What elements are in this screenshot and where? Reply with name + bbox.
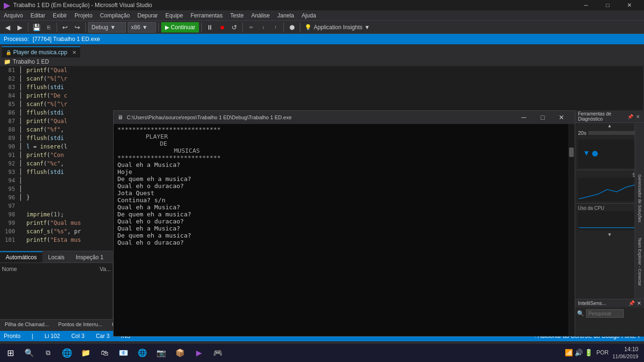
breakpoint-button[interactable]: ⬤ bbox=[286, 22, 297, 33]
status-ready: Pronto bbox=[4, 333, 20, 339]
console-out-12: Qual eh o duracao? bbox=[117, 239, 564, 246]
column-value: Va... bbox=[99, 266, 111, 272]
tab-breakpoints[interactable]: Pontos de Interru... bbox=[54, 320, 107, 331]
chrome-icon[interactable]: 🌐 bbox=[134, 345, 151, 362]
tab-locais[interactable]: Locais bbox=[42, 252, 70, 263]
status-sep-1: | bbox=[32, 333, 33, 339]
store-icon[interactable]: 🛍 bbox=[96, 345, 113, 362]
console-art-line-2: PLAYER bbox=[146, 133, 564, 140]
console-minimize-button[interactable]: ─ bbox=[514, 111, 533, 124]
gerenciador-label[interactable]: Gerenciador de Soluções bbox=[636, 171, 644, 226]
console-close-button[interactable]: ✕ bbox=[552, 111, 571, 124]
restart-button[interactable]: ↺ bbox=[229, 22, 240, 33]
autos-panel: Nome Va... bbox=[0, 263, 113, 319]
package-icon[interactable]: 📦 bbox=[172, 345, 189, 362]
mail-icon[interactable]: 📧 bbox=[115, 345, 132, 362]
process-bar: Processo: [77764] Trabalho 1 ED.exe bbox=[0, 34, 644, 44]
forward-button[interactable]: ▶ bbox=[14, 22, 25, 33]
start-button[interactable]: ⊞ bbox=[2, 345, 19, 362]
step-into-button[interactable]: ↓ bbox=[257, 22, 269, 33]
tab-inspecao[interactable]: Inspeção 1 bbox=[70, 252, 109, 263]
menu-compilacao[interactable]: Compilação bbox=[96, 11, 133, 20]
edge-icon[interactable]: 🌐 bbox=[58, 345, 75, 362]
menu-janela[interactable]: Janela bbox=[273, 11, 297, 20]
toolbar-sep-1 bbox=[28, 23, 28, 32]
wifi-icon: 📶 bbox=[565, 349, 573, 356]
maximize-button[interactable]: □ bbox=[597, 0, 619, 10]
undo-button[interactable]: ↩ bbox=[59, 22, 71, 33]
editor-tab[interactable]: 🔒 Player de musica.cpp ✕ bbox=[2, 46, 80, 58]
toolbar-sep-3 bbox=[85, 23, 86, 32]
diag-controls: 📌 ✕ bbox=[627, 113, 641, 120]
save-button[interactable]: 💾 bbox=[31, 22, 42, 33]
is-pin-button[interactable]: 📌 bbox=[628, 300, 635, 306]
back-button[interactable]: ◀ bbox=[2, 22, 13, 33]
notification-area[interactable]: 📶 🔊 🔋 bbox=[565, 349, 593, 356]
platform-label: x86 bbox=[131, 24, 140, 31]
menu-depurar[interactable]: Depurar bbox=[133, 11, 161, 20]
console-maximize-button[interactable]: □ bbox=[533, 111, 552, 124]
clock-date: 11/06/2019 bbox=[612, 353, 638, 360]
team-explorer-label[interactable]: Team Explorer - Conectar bbox=[636, 234, 644, 290]
save-all-button[interactable]: ⎘ bbox=[43, 22, 54, 33]
is-close-button[interactable]: ✕ bbox=[637, 300, 641, 306]
editor-tab-bar: 🔒 Player de musica.cpp ✕ bbox=[0, 44, 644, 58]
menu-analise[interactable]: Análise bbox=[248, 11, 273, 20]
step-over-button[interactable]: ⤼ bbox=[245, 22, 256, 33]
diag-close-button[interactable]: ✕ bbox=[635, 113, 641, 120]
time-value: 20s bbox=[578, 130, 586, 136]
time-display: 20s bbox=[575, 128, 644, 138]
menu-projeto[interactable]: Projeto bbox=[71, 11, 96, 20]
app-insights-arrow-icon: ▼ bbox=[364, 24, 370, 31]
solution-icon: 📁 bbox=[4, 58, 11, 65]
console-out-7: Qual eh a Musica? bbox=[117, 204, 564, 211]
scroll-thumb[interactable] bbox=[569, 148, 574, 157]
time-bar bbox=[588, 131, 641, 135]
close-button[interactable]: ✕ bbox=[619, 0, 640, 10]
file-explorer-icon[interactable]: 📁 bbox=[77, 345, 94, 362]
memory-section: Uso da CPU 0 bbox=[575, 204, 644, 232]
menu-ajuda[interactable]: Ajuda bbox=[298, 11, 320, 20]
menu-equipe[interactable]: Equipe bbox=[162, 11, 187, 20]
column-name: Nome bbox=[2, 266, 99, 272]
app-insights-button[interactable]: 💡 Application Insights ▼ bbox=[305, 24, 370, 31]
tab-automaticos[interactable]: Automáticos bbox=[0, 251, 42, 263]
step-out-button[interactable]: ↑ bbox=[270, 22, 281, 33]
menu-editar[interactable]: Editar bbox=[27, 11, 49, 20]
stop-button[interactable]: ■ bbox=[216, 22, 228, 33]
toolbar-sep-7 bbox=[283, 23, 284, 32]
intellisense-search-input[interactable] bbox=[586, 309, 624, 318]
tab-close-button[interactable]: ✕ bbox=[72, 49, 76, 56]
mem-graph bbox=[578, 211, 641, 230]
console-path: C:\Users\Pichau\source\repos\Trabalho 1 … bbox=[127, 115, 511, 120]
console-scrollbar[interactable] bbox=[568, 124, 575, 336]
menu-arquivo[interactable]: Arquivo bbox=[0, 11, 27, 20]
menu-exibir[interactable]: Exibir bbox=[49, 11, 71, 20]
continue-button[interactable]: ▶ Continuar bbox=[161, 22, 199, 33]
menu-ferramentas[interactable]: Ferramentas bbox=[187, 11, 226, 20]
vs-taskbar-icon[interactable]: ▶ bbox=[190, 345, 207, 362]
intellisense-search[interactable]: 🔍 bbox=[575, 307, 644, 320]
taskbar: ⊞ 🔍 ⧉ 🌐 📁 🛍 📧 🌐 📷 📦 ▶ 🎮 📶 🔊 🔋 POR 14:10 … bbox=[0, 343, 644, 362]
pause-button[interactable]: ⏸ bbox=[204, 22, 215, 33]
search-button[interactable]: 🔍 bbox=[21, 345, 38, 362]
debug-config-dropdown[interactable]: Debug ▼ bbox=[88, 22, 126, 33]
camera-icon[interactable]: 📷 bbox=[153, 345, 170, 362]
platform-dropdown[interactable]: x86 ▼ bbox=[128, 22, 156, 33]
status-col: Col 3 bbox=[71, 333, 84, 339]
status-line: Li 102 bbox=[44, 333, 60, 339]
console-art-line-1: **************************** bbox=[117, 126, 564, 133]
menu-teste[interactable]: Teste bbox=[226, 11, 248, 20]
redo-button[interactable]: ↪ bbox=[72, 22, 83, 33]
scroll-down-arrow[interactable]: ▼ bbox=[575, 232, 644, 237]
toolbar: ◀ ▶ 💾 ⎘ ↩ ↪ Debug ▼ x86 ▼ ▶ Continuar ⏸ … bbox=[0, 21, 644, 34]
diag-pin-button[interactable]: 📌 bbox=[627, 113, 634, 120]
speaker-icon: 🔊 bbox=[575, 349, 583, 356]
minimize-button[interactable]: ─ bbox=[575, 0, 597, 10]
console-out-5: Jota Quest bbox=[117, 189, 564, 197]
tab-call-stack[interactable]: Pilha de Chamad... bbox=[0, 320, 54, 331]
controller-icon[interactable]: 🎮 bbox=[209, 345, 226, 362]
system-clock[interactable]: 14:10 11/06/2019 bbox=[612, 346, 638, 360]
task-view-button[interactable]: ⧉ bbox=[40, 345, 57, 362]
scroll-up-arrow[interactable]: ▲ bbox=[575, 123, 644, 128]
